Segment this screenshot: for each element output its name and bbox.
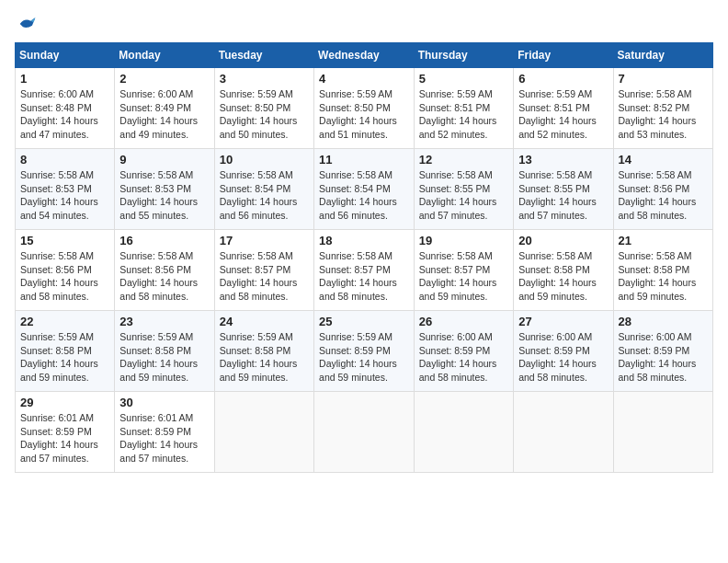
day-info: Sunrise: 5:59 AMSunset: 8:58 PMDaylight:… — [220, 330, 309, 385]
day-number: 23 — [119, 315, 209, 328]
day-number: 6 — [518, 72, 608, 86]
day-info: Sunrise: 5:58 AMSunset: 8:55 PMDaylight:… — [518, 168, 608, 223]
logo-icon — [18, 15, 37, 33]
calendar-cell: 20 Sunrise: 5:58 AMSunset: 8:58 PMDaylig… — [514, 230, 613, 311]
day-info: Sunrise: 5:59 AMSunset: 8:58 PMDaylight:… — [20, 330, 109, 385]
calendar-cell: 10 Sunrise: 5:58 AMSunset: 8:54 PMDaylig… — [214, 149, 313, 230]
header-friday: Friday — [514, 43, 613, 68]
calendar-cell: 14 Sunrise: 5:58 AMSunset: 8:56 PMDaylig… — [613, 149, 712, 230]
day-info: Sunrise: 5:58 AMSunset: 8:55 PMDaylight:… — [419, 168, 508, 223]
day-number: 18 — [319, 234, 409, 247]
calendar-cell: 5 Sunrise: 5:59 AMSunset: 8:51 PMDayligh… — [414, 68, 513, 149]
day-info: Sunrise: 5:58 AMSunset: 8:56 PMDaylight:… — [20, 249, 109, 304]
calendar-cell: 3 Sunrise: 5:59 AMSunset: 8:50 PMDayligh… — [214, 68, 313, 149]
day-number: 9 — [119, 153, 209, 167]
day-info: Sunrise: 5:59 AMSunset: 8:51 PMDaylight:… — [518, 87, 608, 142]
day-number: 12 — [419, 153, 508, 167]
day-number: 11 — [319, 153, 409, 167]
calendar-cell: 16 Sunrise: 5:58 AMSunset: 8:56 PMDaylig… — [115, 230, 214, 311]
calendar-cell: 1 Sunrise: 6:00 AMSunset: 8:48 PMDayligh… — [16, 68, 115, 149]
calendar-cell: 29 Sunrise: 6:01 AMSunset: 8:59 PMDaylig… — [16, 392, 115, 473]
calendar-cell: 18 Sunrise: 5:58 AMSunset: 8:57 PMDaylig… — [314, 230, 415, 311]
day-info: Sunrise: 5:59 AMSunset: 8:50 PMDaylight:… — [220, 87, 309, 142]
day-number: 20 — [518, 234, 608, 247]
page-header — [15, 15, 713, 33]
day-info: Sunrise: 5:58 AMSunset: 8:57 PMDaylight:… — [220, 249, 309, 304]
header-monday: Monday — [115, 43, 214, 68]
calendar-week-row: 1 Sunrise: 6:00 AMSunset: 8:48 PMDayligh… — [16, 68, 713, 149]
day-number: 14 — [619, 153, 708, 167]
calendar-cell: 13 Sunrise: 5:58 AMSunset: 8:55 PMDaylig… — [514, 149, 613, 230]
calendar-cell: 26 Sunrise: 6:00 AMSunset: 8:59 PMDaylig… — [414, 311, 513, 392]
calendar-week-row: 8 Sunrise: 5:58 AMSunset: 8:53 PMDayligh… — [16, 149, 713, 230]
day-number: 29 — [20, 396, 109, 409]
calendar-cell — [514, 392, 613, 473]
day-info: Sunrise: 6:01 AMSunset: 8:59 PMDaylight:… — [119, 411, 209, 465]
day-number: 30 — [119, 396, 209, 409]
day-number: 24 — [220, 315, 309, 328]
calendar-cell: 12 Sunrise: 5:58 AMSunset: 8:55 PMDaylig… — [414, 149, 513, 230]
calendar-cell: 24 Sunrise: 5:59 AMSunset: 8:58 PMDaylig… — [214, 311, 313, 392]
day-info: Sunrise: 5:58 AMSunset: 8:56 PMDaylight:… — [619, 168, 708, 223]
calendar-cell: 15 Sunrise: 5:58 AMSunset: 8:56 PMDaylig… — [16, 230, 115, 311]
day-number: 16 — [119, 234, 209, 247]
header-saturday: Saturday — [613, 43, 712, 68]
day-number: 4 — [319, 72, 409, 86]
day-info: Sunrise: 5:58 AMSunset: 8:57 PMDaylight:… — [419, 249, 508, 304]
day-number: 26 — [419, 315, 508, 328]
day-number: 8 — [20, 153, 109, 167]
day-number: 7 — [619, 72, 708, 86]
day-number: 2 — [119, 72, 209, 86]
day-info: Sunrise: 6:00 AMSunset: 8:59 PMDaylight:… — [419, 330, 508, 385]
day-number: 19 — [419, 234, 508, 247]
day-number: 17 — [220, 234, 309, 247]
calendar-cell — [314, 392, 415, 473]
day-info: Sunrise: 6:00 AMSunset: 8:48 PMDaylight:… — [20, 87, 109, 142]
calendar-cell: 2 Sunrise: 6:00 AMSunset: 8:49 PMDayligh… — [115, 68, 214, 149]
calendar-cell: 4 Sunrise: 5:59 AMSunset: 8:50 PMDayligh… — [314, 68, 415, 149]
calendar-week-row: 29 Sunrise: 6:01 AMSunset: 8:59 PMDaylig… — [16, 392, 713, 473]
day-info: Sunrise: 5:59 AMSunset: 8:58 PMDaylight:… — [119, 330, 209, 385]
day-info: Sunrise: 6:00 AMSunset: 8:59 PMDaylight:… — [518, 330, 608, 385]
day-number: 25 — [319, 315, 409, 328]
calendar-cell: 25 Sunrise: 5:59 AMSunset: 8:59 PMDaylig… — [314, 311, 415, 392]
calendar-cell — [613, 392, 712, 473]
day-number: 27 — [518, 315, 608, 328]
day-info: Sunrise: 5:58 AMSunset: 8:52 PMDaylight:… — [619, 87, 708, 142]
calendar-cell: 21 Sunrise: 5:58 AMSunset: 8:58 PMDaylig… — [613, 230, 712, 311]
logo — [15, 15, 37, 33]
day-info: Sunrise: 5:59 AMSunset: 8:51 PMDaylight:… — [419, 87, 508, 142]
day-number: 10 — [220, 153, 309, 167]
day-number: 3 — [220, 72, 309, 86]
day-number: 13 — [518, 153, 608, 167]
calendar-cell: 11 Sunrise: 5:58 AMSunset: 8:54 PMDaylig… — [314, 149, 415, 230]
calendar-cell: 19 Sunrise: 5:58 AMSunset: 8:57 PMDaylig… — [414, 230, 513, 311]
calendar-cell: 17 Sunrise: 5:58 AMSunset: 8:57 PMDaylig… — [214, 230, 313, 311]
calendar-cell — [414, 392, 513, 473]
day-info: Sunrise: 5:59 AMSunset: 8:50 PMDaylight:… — [319, 87, 409, 142]
calendar-cell: 7 Sunrise: 5:58 AMSunset: 8:52 PMDayligh… — [613, 68, 712, 149]
calendar-cell: 9 Sunrise: 5:58 AMSunset: 8:53 PMDayligh… — [115, 149, 214, 230]
day-number: 21 — [619, 234, 708, 247]
header-wednesday: Wednesday — [314, 43, 415, 68]
header-thursday: Thursday — [414, 43, 513, 68]
calendar-table: SundayMondayTuesdayWednesdayThursdayFrid… — [15, 42, 713, 473]
calendar-header-row: SundayMondayTuesdayWednesdayThursdayFrid… — [16, 43, 713, 68]
day-number: 1 — [20, 72, 109, 86]
calendar-cell: 23 Sunrise: 5:59 AMSunset: 8:58 PMDaylig… — [115, 311, 214, 392]
calendar-week-row: 22 Sunrise: 5:59 AMSunset: 8:58 PMDaylig… — [16, 311, 713, 392]
calendar-cell: 8 Sunrise: 5:58 AMSunset: 8:53 PMDayligh… — [16, 149, 115, 230]
day-info: Sunrise: 5:58 AMSunset: 8:58 PMDaylight:… — [619, 249, 708, 304]
calendar-week-row: 15 Sunrise: 5:58 AMSunset: 8:56 PMDaylig… — [16, 230, 713, 311]
day-info: Sunrise: 5:58 AMSunset: 8:54 PMDaylight:… — [319, 168, 409, 223]
day-info: Sunrise: 5:58 AMSunset: 8:56 PMDaylight:… — [119, 249, 209, 304]
calendar-cell: 30 Sunrise: 6:01 AMSunset: 8:59 PMDaylig… — [115, 392, 214, 473]
header-sunday: Sunday — [16, 43, 115, 68]
day-info: Sunrise: 6:01 AMSunset: 8:59 PMDaylight:… — [20, 411, 109, 465]
day-info: Sunrise: 5:58 AMSunset: 8:53 PMDaylight:… — [119, 168, 209, 223]
day-info: Sunrise: 5:58 AMSunset: 8:54 PMDaylight:… — [220, 168, 309, 223]
calendar-cell: 22 Sunrise: 5:59 AMSunset: 8:58 PMDaylig… — [16, 311, 115, 392]
day-info: Sunrise: 6:00 AMSunset: 8:59 PMDaylight:… — [619, 330, 708, 385]
day-number: 15 — [20, 234, 109, 247]
calendar-cell: 27 Sunrise: 6:00 AMSunset: 8:59 PMDaylig… — [514, 311, 613, 392]
